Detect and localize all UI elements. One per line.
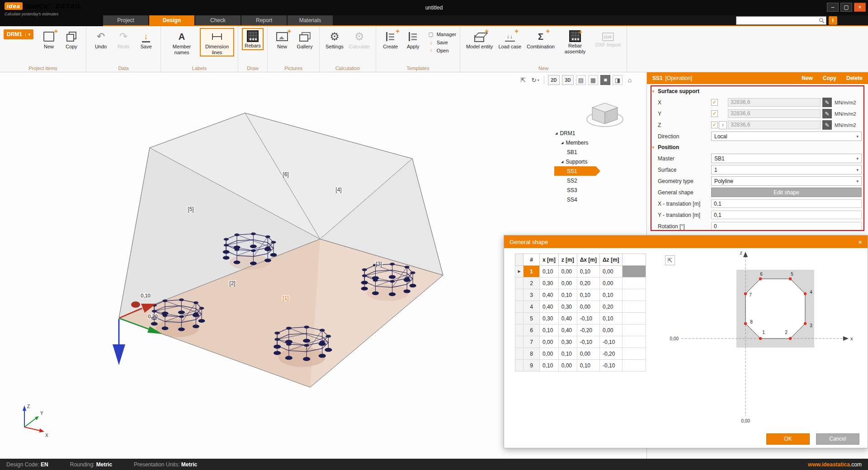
chevron-down-icon: ▾ [25, 33, 30, 37]
maximize-button[interactable]: ▢ [840, 3, 852, 12]
minimize-button[interactable]: – [827, 3, 839, 12]
shape-row-4[interactable]: 40,400,300,000,20 [515, 301, 646, 313]
ribbon-button-load-case[interactable]: ↓↓+Load case [496, 28, 524, 51]
ribbon-button-open[interactable]: ↑Open [428, 47, 456, 54]
view-camera[interactable]: ◨ [613, 75, 623, 85]
tab-project[interactable]: Project [103, 15, 148, 25]
ribbon-button-settings[interactable]: ⚙Settings [323, 28, 346, 51]
rotation-input[interactable]: 0 [711, 222, 862, 230]
tab-materials[interactable]: Materials [288, 15, 333, 25]
svg-text:7: 7 [749, 292, 752, 297]
window-controls: – ▢ × [827, 3, 866, 12]
fit-view[interactable]: ⇱ [518, 75, 528, 85]
x-translation-input[interactable]: 0,1 [711, 199, 862, 208]
checkbox-z[interactable]: ✓ [711, 122, 718, 128]
shape-row-7[interactable]: 70,000,30-0,10-0,10 [515, 336, 646, 348]
ribbon-button-rebars[interactable]: Rebars [242, 28, 264, 50]
shape-row-3[interactable]: 30,400,100,100,10 [515, 289, 646, 301]
ribbon-button-dimension-lines[interactable]: Dimension lines [200, 28, 234, 56]
chevron-down-icon: ▾ [856, 179, 859, 183]
close-button[interactable]: × [854, 3, 866, 12]
dialog-footer: OK Cancel [504, 430, 868, 448]
rebars-icon [247, 30, 259, 42]
ribbon-button-combination[interactable]: Σ+Combination [524, 28, 557, 51]
shape-row-2[interactable]: 20,300,000,200,00 [515, 277, 646, 289]
search-input[interactable] [736, 18, 819, 24]
view-wireframe[interactable]: ▤ [576, 75, 586, 85]
ribbon-button-create[interactable]: +Create [380, 28, 401, 51]
edit-shape-button[interactable]: Edit shape [711, 188, 862, 197]
surface-select[interactable]: 1▾ [711, 165, 862, 174]
tree-item-ss3[interactable]: SS3 [554, 185, 636, 195]
ribbon-button-new[interactable]: +New [38, 28, 60, 51]
ribbon-button-apply[interactable]: Apply [402, 28, 424, 51]
tree-item-drm1[interactable]: ◢DRM1 [554, 128, 636, 138]
ribbon-button-save[interactable]: ↓Save [135, 28, 157, 51]
tab-design[interactable]: Design [149, 15, 194, 25]
cancel-button[interactable]: Cancel [816, 433, 859, 445]
ribbon-button-manager[interactable]: ▢Manager [428, 31, 456, 38]
home-view[interactable]: ⌂ [625, 75, 635, 85]
tab-check[interactable]: Check [195, 15, 241, 25]
app-tagline: Calculate yesterday's estimates [5, 12, 99, 16]
shape-row-6[interactable]: 60,100,40-0,200,00 [515, 324, 646, 336]
ribbon-button-gallery[interactable]: Gallery [294, 28, 316, 51]
pencil-icon[interactable]: ✎ [822, 120, 832, 130]
geometry-type-select[interactable]: Polyline▾ [711, 176, 862, 186]
shape-row-9[interactable]: 90,100,000,10-0,10 [515, 360, 646, 371]
checkbox-x[interactable]: ✓ [711, 99, 718, 106]
section-surface-support[interactable]: ▼ Surface support [647, 86, 868, 97]
search-icon[interactable] [819, 18, 825, 24]
ribbon-button-copy[interactable]: Copy [61, 28, 82, 51]
tree-item-ss2[interactable]: SS2 [554, 176, 636, 185]
shape-row-5[interactable]: 50,300,40-0,100,10 [515, 313, 646, 324]
view-solid[interactable]: ■ [600, 75, 610, 85]
tree-item-ss4[interactable]: SS4 [554, 195, 636, 204]
ribbon-button-save[interactable]: ↓Save [428, 39, 456, 46]
panel-action-delete[interactable]: Delete [846, 75, 863, 81]
status-rounding: Rounding: Metric [70, 461, 112, 468]
shape-row-1[interactable]: ▶10,100,000,100,00 [515, 266, 646, 277]
collapse-triangle-icon: ▼ [651, 89, 655, 94]
tree-item-sb1[interactable]: SB1 [554, 147, 636, 157]
tree-item-ss1[interactable]: SS1 [554, 166, 600, 176]
panel-action-copy[interactable]: Copy [823, 75, 836, 81]
ok-button[interactable]: OK [766, 433, 810, 445]
rotate-view[interactable]: ↻▾ [530, 75, 540, 85]
svg-text:3: 3 [810, 323, 812, 328]
pencil-icon[interactable]: ✎ [822, 109, 832, 118]
ribbon-button-model-entity[interactable]: +Model entity [464, 28, 495, 51]
stiffness-field-y[interactable]: 32836,6 [728, 109, 821, 118]
panel-action-new[interactable]: New [802, 75, 813, 81]
stiffness-row-z: Z✓↑32836,6✎MN/m/m2 [647, 119, 868, 131]
tab-bar: ProjectDesignCheckReportMaterials i [0, 15, 868, 26]
view-3d[interactable]: 3D [562, 75, 574, 85]
ribbon-button-member-names[interactable]: AMember names [165, 28, 199, 56]
section-position[interactable]: ▼ Position [647, 142, 868, 153]
plus-icon: + [288, 28, 291, 34]
direction-select[interactable]: Local▾ [711, 132, 862, 141]
tab-report[interactable]: Report [241, 15, 287, 25]
ribbon-button-undo[interactable]: ↶Undo [90, 28, 112, 51]
view-shaded[interactable]: ▦ [588, 75, 598, 85]
view-2d[interactable]: 2D [548, 75, 560, 85]
close-icon[interactable]: × [858, 238, 862, 246]
expander-icon: ◢ [561, 160, 563, 164]
tree-item-members[interactable]: ◢Members [554, 138, 636, 147]
shape-row-8[interactable]: 80,000,100,00-0,20 [515, 348, 646, 360]
stiffness-field-z[interactable]: 32836,6 [728, 121, 821, 129]
master-select[interactable]: SB1▾ [711, 154, 862, 163]
pencil-icon[interactable]: ✎ [822, 98, 832, 107]
ribbon-button-new[interactable]: +New [271, 28, 293, 51]
tree-item-supports[interactable]: ◢Supports [554, 157, 636, 166]
ribbon-button-rebar-assembly[interactable]: +Rebar assembly [558, 28, 592, 56]
y-translation-input[interactable]: 0,1 [711, 211, 862, 219]
info-button[interactable]: i [829, 16, 837, 25]
ribbon-group-labels: AMember namesDimension linesLabels [161, 26, 238, 72]
open-small-icon: ↑ [428, 47, 434, 54]
z-direction-icon[interactable]: ↑ [719, 121, 727, 129]
project-selector[interactable]: DRM1▾ [4, 29, 33, 39]
website-link[interactable]: www.ideastatica.com [808, 461, 862, 468]
stiffness-field-x[interactable]: 32836,6 [728, 98, 821, 107]
checkbox-y[interactable]: ✓ [711, 110, 718, 117]
